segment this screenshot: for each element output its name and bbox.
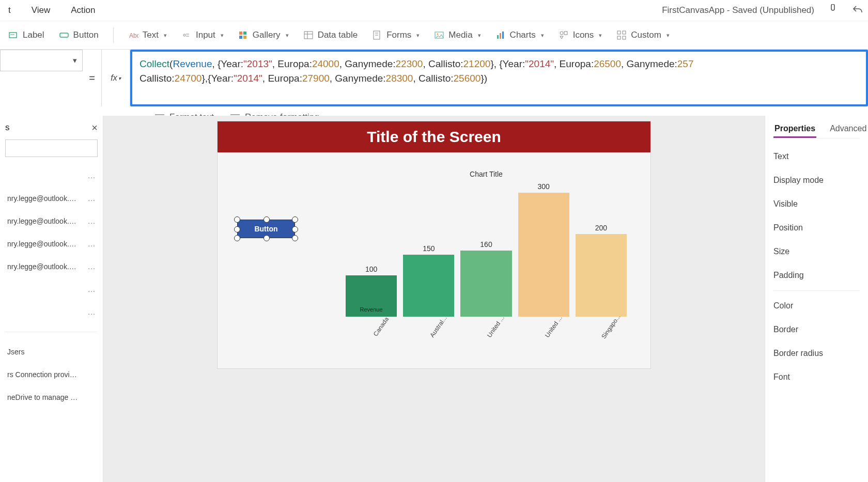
chevron-down-icon: ▾ [478,32,481,39]
ribbon-label-text: Label [23,30,44,40]
list-item[interactable]: ... [5,164,98,187]
resize-handle[interactable] [292,216,298,223]
menu-item-t[interactable]: t [4,3,15,18]
list-item-text: nry.legge@outlook.com [7,217,80,225]
undo-icon[interactable] [851,4,864,17]
menu-bar: t View Action FirstCanvasApp - Saved (Un… [0,0,868,21]
ribbon-text-label: Text [143,30,159,40]
svg-rect-0 [9,33,17,38]
svg-rect-4 [239,32,242,35]
ribbon-custom-label: Custom [631,30,661,40]
canvas-area[interactable]: Title of the Screen Button Chart Title 1… [103,116,765,482]
ribbon-icons[interactable]: Icons▾ [559,30,602,40]
selected-button-control[interactable]: Button [237,220,295,238]
more-icon[interactable]: ... [88,240,96,248]
list-item[interactable]: ... [5,301,98,323]
chevron-down-icon: ▾ [286,32,289,39]
bar-value-label: 100 [365,265,377,273]
property-dropdown[interactable]: ▾ [0,50,83,71]
bar-chart[interactable]: Chart Title 100Revenue150160300200 Canad… [342,170,631,361]
svg-rect-7 [243,36,246,39]
list-item[interactable]: Jsers [5,340,98,363]
chevron-down-icon: ▾ [221,32,224,39]
ribbon-media-label: Media [448,30,472,40]
chevron-down-icon: ▾ [541,32,544,39]
sync-icon[interactable] [827,4,839,17]
property-row[interactable]: Padding [773,263,860,287]
resize-handle[interactable] [234,235,240,241]
ribbon-input[interactable]: Input▾ [181,30,224,40]
ribbon-gallery[interactable]: Gallery▾ [238,30,289,40]
close-icon[interactable]: × [91,122,98,134]
chevron-down-icon: ▾ [416,32,420,39]
property-row[interactable]: Text [773,145,860,168]
svg-rect-1 [60,33,68,37]
fx-button[interactable]: fx▾ [101,50,130,106]
menu-item-view[interactable]: View [27,3,55,18]
list-item[interactable]: rs Connection provider lets you ... [5,363,98,386]
property-row[interactable]: Position [773,216,860,240]
ribbon-custom[interactable]: Custom▾ [616,30,670,40]
ribbon-charts[interactable]: Charts▾ [495,30,544,40]
svg-point-11 [437,34,439,35]
list-item-text: Jsers [7,348,24,356]
list-item[interactable]: ... [5,278,98,301]
menu-item-action[interactable]: Action [67,3,99,18]
more-icon[interactable]: ... [88,308,96,316]
bar-value-label: 200 [595,224,607,232]
more-icon[interactable]: ... [88,172,96,180]
chart-bar[interactable]: 160 [460,240,512,317]
property-row[interactable]: Size [773,240,860,263]
main-area: s × ...nry.legge@outlook.com...nry.legge… [0,116,868,482]
resize-handle[interactable] [234,216,240,223]
list-item[interactable]: neDrive to manage your files. Yo... [5,386,98,409]
ribbon: Label Button Abc Text▾ Input▾ Gallery▾ D… [0,21,868,50]
chart-bar[interactable]: 300 [518,182,569,317]
resize-handle[interactable] [264,216,270,223]
svg-rect-19 [617,36,621,39]
svg-rect-16 [564,32,567,35]
list-item[interactable]: nry.legge@outlook.com... [5,232,98,255]
ribbon-charts-label: Charts [510,30,536,40]
property-row[interactable]: Font [773,365,860,389]
property-row[interactable]: Border [773,318,860,341]
list-item-text: nry.legge@outlook.com [7,240,80,248]
resize-handle[interactable] [292,226,298,232]
svg-rect-6 [239,36,242,39]
property-row[interactable]: Border radius [773,341,860,365]
more-icon[interactable]: ... [88,194,96,203]
ribbon-text[interactable]: Abc Text▾ [128,30,167,40]
list-item[interactable]: nry.legge@outlook.com... [5,255,98,278]
ribbon-datatable[interactable]: Data table [303,30,358,40]
resize-handle[interactable] [234,226,240,232]
list-item[interactable]: nry.legge@outlook.com... [5,210,98,232]
svg-rect-14 [502,32,504,39]
search-input[interactable] [5,139,98,157]
text-icon: Abc [128,30,138,40]
left-panel: s × ...nry.legge@outlook.com...nry.legge… [0,116,103,482]
property-row[interactable]: Display mode [773,168,860,192]
property-row[interactable]: Visible [773,192,860,216]
more-icon[interactable]: ... [88,285,96,293]
chart-bar[interactable]: 150 [403,244,454,317]
ribbon-button[interactable]: Button [59,30,99,40]
property-row[interactable]: Color [773,294,860,318]
label-icon [8,30,19,40]
list-item[interactable]: nry.legge@outlook.com... [5,187,98,210]
resize-handle[interactable] [264,235,270,241]
tab-advanced[interactable]: Advanced [829,121,867,138]
resize-handle[interactable] [292,235,298,241]
screen-title[interactable]: Title of the Screen [218,121,650,152]
bar-value-label: 150 [423,244,435,253]
ribbon-forms[interactable]: Forms▾ [372,30,420,40]
tab-properties[interactable]: Properties [773,121,816,138]
screen-canvas[interactable]: Title of the Screen Button Chart Title 1… [217,121,651,369]
ribbon-label[interactable]: Label [8,30,44,40]
chevron-down-icon: ▾ [73,56,77,65]
formula-input[interactable]: Collect(Revenue, {Year:"2013", Europa:24… [130,50,868,106]
chart-bar[interactable]: 200 [576,224,627,317]
ribbon-media[interactable]: Media▾ [434,30,481,40]
more-icon[interactable]: ... [88,262,96,271]
more-icon[interactable]: ... [88,217,96,225]
chevron-down-icon: ▾ [118,75,121,81]
